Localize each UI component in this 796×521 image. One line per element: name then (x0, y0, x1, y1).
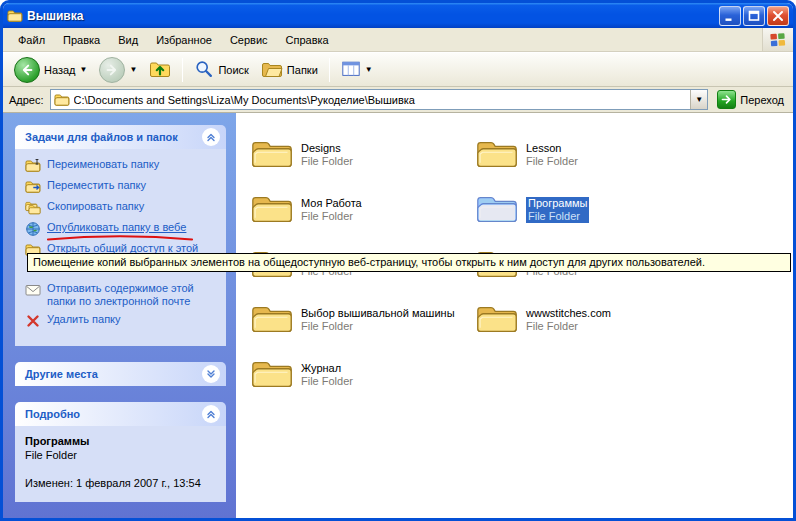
folder-name: Моя Работа (301, 197, 362, 210)
folder-icon (250, 193, 294, 226)
copy-folder-icon (25, 200, 41, 216)
menu-item[interactable]: Справка (277, 30, 338, 50)
folder-icon (250, 138, 294, 171)
tooltip: Помещение копий выбранных элементов на о… (27, 253, 791, 272)
email-icon (25, 282, 41, 298)
folder-name: wwwstitches.com (526, 307, 611, 320)
toolbar-separator (182, 58, 183, 82)
folder-up-icon (149, 58, 171, 82)
task-item[interactable]: Удалить папку (25, 313, 220, 329)
forward-button[interactable]: ▼ (94, 55, 142, 85)
section-other-places: Другие места (15, 362, 226, 386)
file-tasks-header[interactable]: Задачи для файлов и папок (15, 125, 226, 149)
folder-type: File Folder (301, 210, 362, 223)
go-arrow-icon (717, 90, 736, 109)
chevron-up-icon[interactable] (202, 128, 220, 146)
explorer-window: Вышивка ФайлПравкаВидИзбранноеСервисСпра… (0, 0, 796, 521)
menu-item[interactable]: Правка (54, 30, 109, 50)
task-item[interactable]: Скопировать папку (25, 200, 220, 216)
menu-item[interactable]: Файл (9, 30, 54, 50)
address-label: Адрес: (9, 94, 44, 106)
title-bar[interactable]: Вышивка (3, 3, 793, 28)
address-value: C:\Documents and Settings\Liza\My Docume… (74, 94, 687, 106)
folder-icon (475, 138, 519, 171)
folder-name: Lesson (526, 142, 578, 155)
menu-item[interactable]: Сервис (221, 30, 277, 50)
folder-name: Выбор вышивальной машины (301, 307, 455, 320)
folder-icon (475, 303, 519, 336)
go-label: Переход (740, 94, 784, 106)
menu-item[interactable]: Избранное (147, 30, 221, 50)
task-pane: Задачи для файлов и папок Переименовать … (3, 113, 236, 518)
content-area: Задачи для файлов и папок Переименовать … (3, 113, 793, 518)
details-header[interactable]: Подробно (15, 402, 226, 426)
window-title: Вышивка (27, 9, 715, 23)
folder-item[interactable]: LessonFile Folder (475, 127, 700, 182)
folder-type: File Folder (301, 320, 455, 333)
search-button[interactable]: Поиск (189, 57, 253, 83)
folder-name: Designs (301, 142, 353, 155)
details-folder-type: File Folder (25, 449, 220, 461)
views-icon (341, 59, 361, 81)
up-button[interactable] (144, 56, 176, 84)
section-details: Подробно Программы File Folder Изменен: … (15, 402, 226, 502)
back-icon (14, 57, 40, 83)
windows-logo-icon (762, 28, 793, 51)
folder-item[interactable]: ПрограммыFile Folder (475, 182, 700, 237)
publish-web-icon (25, 221, 41, 237)
details-modified: Изменен: 1 февраля 2007 г., 13:54 (25, 477, 220, 490)
chevron-up-icon[interactable] (202, 405, 220, 423)
task-item[interactable]: Отправить содержимое этой папки по элект… (25, 282, 220, 308)
folder-item[interactable]: wwwstitches.comFile Folder (475, 292, 700, 347)
forward-icon (99, 57, 125, 83)
task-item[interactable]: Переименовать папку (25, 158, 220, 174)
toolbar: Назад ▼ ▼ Поиск (3, 52, 793, 87)
go-button[interactable]: Переход (714, 90, 787, 109)
views-dropdown-icon[interactable]: ▼ (365, 66, 373, 74)
menu-item[interactable]: Вид (109, 30, 147, 50)
window-folder-icon (7, 8, 23, 24)
folder-type: File Folder (526, 155, 578, 168)
folder-item[interactable]: Моя РаботаFile Folder (250, 182, 475, 237)
task-item[interactable]: Переместить папку (25, 179, 220, 195)
folder-item[interactable]: ЖурналFile Folder (250, 347, 475, 402)
folder-item[interactable]: DesignsFile Folder (250, 127, 475, 182)
folder-name: Программы (528, 197, 587, 210)
folder-type: File Folder (301, 375, 353, 388)
folder-type: File Folder (301, 155, 353, 168)
back-button[interactable]: Назад ▼ (9, 55, 92, 85)
maximize-button[interactable] (743, 6, 765, 26)
toolbar-separator (329, 58, 330, 82)
views-button[interactable]: ▼ (336, 57, 378, 83)
section-file-tasks: Задачи для файлов и папок Переименовать … (15, 125, 226, 346)
chevron-down-icon[interactable] (202, 365, 220, 383)
address-input[interactable]: C:\Documents and Settings\Liza\My Docume… (50, 89, 709, 110)
folder-icon (250, 303, 294, 336)
details-folder-name: Программы (25, 435, 220, 447)
folder-icon (475, 193, 519, 226)
minimize-button[interactable] (719, 6, 741, 26)
back-label: Назад (44, 64, 76, 76)
other-places-header[interactable]: Другие места (15, 362, 226, 386)
search-icon (194, 59, 214, 81)
address-bar: Адрес: C:\Documents and Settings\Liza\My… (3, 87, 793, 113)
folders-icon (261, 58, 283, 82)
search-label: Поиск (218, 64, 248, 76)
folders-button[interactable]: Папки (256, 56, 323, 84)
close-button[interactable] (767, 6, 789, 26)
forward-dropdown-icon[interactable]: ▼ (129, 66, 137, 74)
rename-folder-icon (25, 158, 41, 174)
folder-type: File Folder (526, 320, 611, 333)
task-item[interactable]: Опубликовать папку в вебе (25, 221, 220, 237)
delete-icon (25, 313, 41, 329)
back-dropdown-icon[interactable]: ▼ (80, 66, 88, 74)
folder-item[interactable]: Выбор вышивальной машиныFile Folder (250, 292, 475, 347)
folders-label: Папки (287, 64, 318, 76)
move-folder-icon (25, 179, 41, 195)
folder-name: Журнал (301, 362, 353, 375)
folder-icon (250, 358, 294, 391)
menu-bar: ФайлПравкаВидИзбранноеСервисСправка (3, 28, 793, 52)
address-dropdown-button[interactable]: ▼ (690, 90, 707, 109)
folder-list: DesignsFile FolderLessonFile FolderМоя Р… (236, 113, 793, 518)
address-folder-icon (54, 92, 70, 108)
